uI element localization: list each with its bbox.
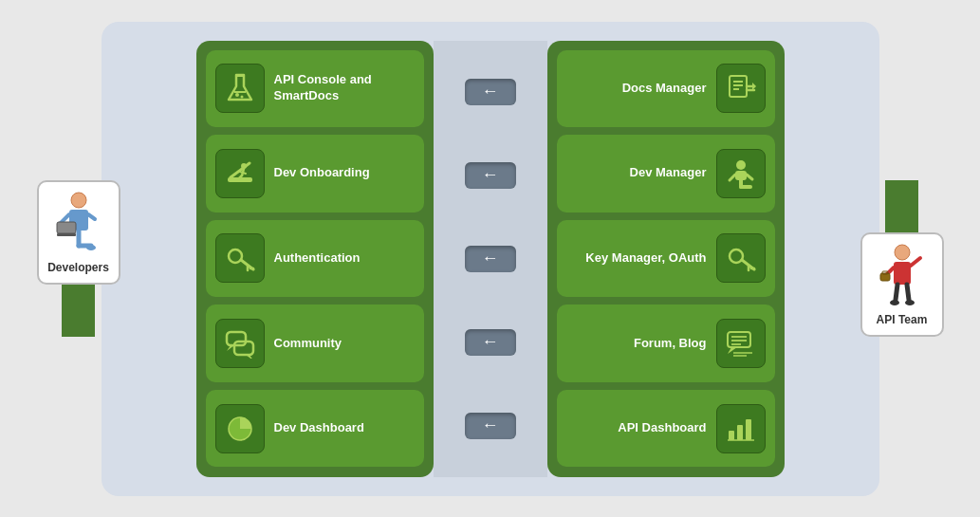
list-item: API Dashboard [557,390,775,468]
svg-line-41 [747,175,752,179]
list-item: API Console and SmartDocs [206,50,424,128]
developers-side: Developers [37,180,120,337]
api-team-side: API Team [860,180,944,337]
inner-layout: API Console and SmartDocs [102,22,879,496]
chat-icon-box [215,319,265,368]
svg-point-66 [905,300,915,305]
list-item: Authentication [206,220,424,298]
svg-line-59 [911,258,920,266]
key-icon [225,243,255,273]
api-team-icon [878,243,926,309]
arrow-1: ← [465,79,516,105]
svg-point-65 [890,300,899,305]
key2-icon-box [716,233,766,283]
list-item: Forum, Blog [557,305,775,382]
bar-chart-icon [726,414,756,444]
api-team-label: API Team [877,313,928,326]
svg-rect-5 [57,233,76,236]
svg-line-64 [907,285,909,300]
svg-rect-58 [894,262,911,285]
chat-icon [225,328,255,359]
svg-rect-24 [227,332,246,345]
diagram-container: Developers [35,12,946,506]
svg-point-36 [736,160,746,170]
svg-point-0 [71,193,86,208]
pie-chart-icon [225,414,255,444]
api-console-label: API Console and SmartDocs [274,72,415,104]
svg-point-57 [895,245,910,260]
right-connector-strip [885,180,918,232]
svg-rect-13 [236,75,244,77]
forum-blog-label: Forum, Blog [566,336,707,352]
svg-rect-4 [57,222,76,233]
person-sitting-icon-box [716,149,766,198]
arrow-row-4: ← [465,301,516,384]
flask-icon [225,73,255,103]
svg-rect-55 [746,419,751,440]
docs-icon-box [716,64,766,113]
svg-marker-9 [229,75,251,100]
list-item: Community [206,305,424,382]
community-label: Community [274,336,415,352]
arrow-5: ← [465,413,516,439]
arrow-row-1: ← [465,50,516,134]
developers-label: Developers [47,261,109,274]
list-item: Docs Manager [557,50,775,128]
middle-area: ← ← ← ← ← [434,41,547,477]
key-manager-label: Key Manager, OAuth [566,250,707,267]
svg-point-12 [240,96,243,99]
svg-marker-27 [246,355,253,359]
diagram-wrapper: Developers [37,22,944,496]
svg-line-15 [231,163,250,177]
dev-dashboard-label: Dev Dashboard [274,420,415,436]
svg-line-19 [240,172,246,174]
forum-icon [726,328,756,359]
flask-icon-box [215,64,265,113]
svg-line-40 [730,175,735,180]
right-column: Docs Manager [547,41,785,477]
escalator-icon-box [215,149,265,198]
docs-icon [726,73,756,103]
pie-chart-icon-box [215,404,265,453]
list-item: Key Manager, OAuth [557,220,775,298]
list-item: Dev Dashboard [206,390,424,468]
svg-rect-26 [234,342,253,355]
escalator-icon [225,158,255,189]
list-item: Dev Manager [557,135,775,212]
svg-line-63 [896,285,897,300]
svg-point-11 [235,93,239,97]
docs-manager-label: Docs Manager [566,81,707,97]
api-dashboard-label: API Dashboard [566,420,707,436]
key-icon-box [215,233,265,283]
arrow-3: ← [465,246,516,272]
authentication-label: Authentication [274,250,415,267]
bar-chart-icon-box [716,404,766,453]
developer-icon [55,191,102,257]
dev-onboarding-label: Dev Onboarding [274,165,415,181]
list-item: Dev Onboarding [206,135,424,212]
left-connector-strip [62,285,95,337]
dev-manager-label: Dev Manager [566,165,707,181]
svg-rect-53 [729,431,734,440]
arrow-row-5: ← [465,384,516,468]
arrow-row-3: ← [465,217,516,301]
svg-point-8 [86,245,96,250]
person-sitting-icon [726,158,756,189]
arrow-row-2: ← [465,134,516,217]
svg-rect-54 [737,425,743,440]
key2-icon [726,243,756,273]
arrow-2: ← [465,162,516,189]
left-column: API Console and SmartDocs [196,41,434,477]
forum-icon-box [716,319,766,368]
arrow-4: ← [465,329,516,356]
outer-box: API Console and SmartDocs [102,22,879,496]
svg-line-3 [88,214,95,219]
